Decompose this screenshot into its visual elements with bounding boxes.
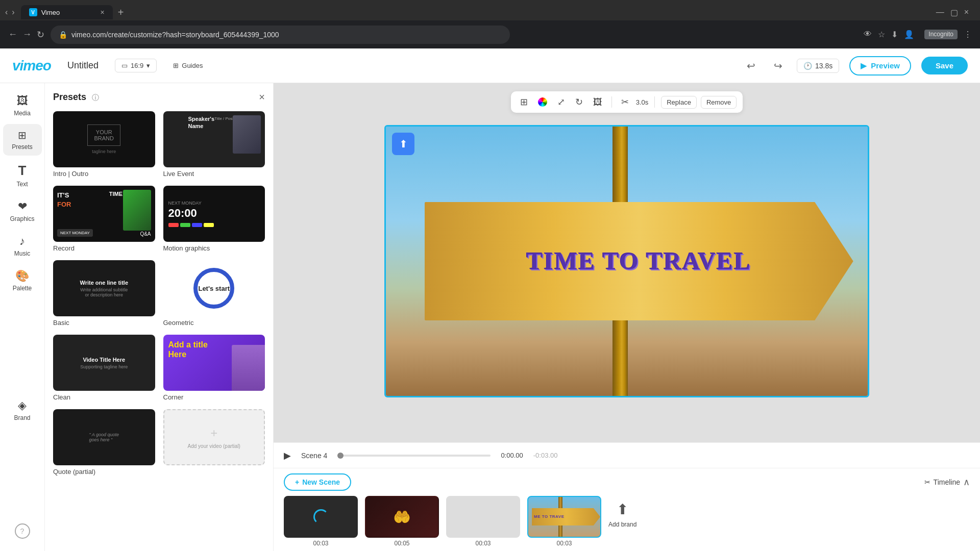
preset-clean[interactable]: Video Title Here Supporting tagline here… [53,335,155,401]
layout-tool-btn[interactable]: ⊞ [517,94,531,110]
preset-basic[interactable]: Write one line title Write additional su… [53,260,155,327]
bottom-area: + New Scene ✂ Timeline ∧ [274,468,980,551]
upload-btn[interactable]: ⬆ [392,133,414,155]
preset-live-event[interactable]: Speaker'sName Title / Position Live Even… [163,111,265,178]
timeline-label: Timeline [934,478,960,486]
new-tab-btn[interactable]: + [115,7,127,18]
incognito-badge: Incognito [924,30,958,39]
presets-header: Presets ⓘ × [53,91,265,103]
sidebar-item-text[interactable]: T Text [3,158,42,193]
new-scene-btn[interactable]: + New Scene [284,473,351,491]
left-sidebar: 🖼 Media ⊞ Presets T Text ❤ Graphics ♪ Mu… [0,83,45,551]
scene-1-spinner [313,509,329,524]
preset-add-video[interactable]: + Add your video (partial) [163,409,265,475]
sidebar-label-music: Music [14,250,30,257]
redo-btn[interactable]: ↪ [770,58,787,74]
sidebar-item-presets[interactable]: ⊞ Presets [3,124,42,156]
project-title[interactable]: Untitled [67,60,99,71]
preview-btn[interactable]: ▶ Preview [849,56,911,76]
address-text: vimeo.com/create/customize?hash=storyboa… [71,31,502,39]
save-btn[interactable]: Save [921,57,968,74]
more-icon[interactable]: ⋮ [964,30,972,39]
sign-board: TIME TO TRAVEL [425,202,853,320]
tab-close-btn[interactable]: × [100,8,104,16]
preset-corner[interactable]: Add a titleHere Corner [163,335,265,401]
sidebar-item-media[interactable]: 🖼 Media [3,89,42,122]
scene-total-time: -0:03.00 [533,452,558,459]
scene-4-img: ME TO TRAVE [527,496,601,538]
back-btn[interactable]: ← [8,29,17,40]
play-btn[interactable]: ▶ [284,450,291,461]
scene-progress-bar[interactable] [337,455,491,457]
app: vimeo Untitled ▭ 16:9 ▾ ⊞ Guides ↩ ↪ 🕐 1… [0,48,980,551]
download-icon[interactable]: ⬇ [891,30,898,39]
back-icon[interactable]: ‹ [5,8,8,17]
image-tool-btn[interactable]: 🖼 [590,95,605,110]
clock-icon: 🕐 [803,62,812,70]
minimize-btn[interactable]: — [936,8,944,17]
new-scene-label: New Scene [302,478,340,486]
sidebar-item-brand[interactable]: ◈ Brand [3,394,42,427]
sidebar-label-presets: Presets [12,143,33,151]
presets-info-icon[interactable]: ⓘ [92,93,99,102]
close-btn[interactable]: × [964,8,969,17]
presets-title: Presets [53,92,86,102]
canvas-frame: TIME TO TRAVEL ⬆ [384,125,869,397]
sidebar-label-palette: Palette [13,285,32,292]
add-brand-icon: ⬆ [617,501,628,518]
preset-motion-graphics[interactable]: NEXT MONDAY 20:00 Motion graphics [163,186,265,252]
preset-thumb-record: IT'SFOR NEXT MONDAY TIME Q&A [53,186,155,242]
scissors-tool-btn[interactable]: ✂ [618,94,632,110]
preset-thumb-geo: Let's start [163,260,265,316]
sidebar-label-text: Text [16,181,28,188]
tab-bar: ‹ › V Vimeo × + — ▢ × [0,0,980,20]
vimeo-logo: vimeo [12,58,51,74]
scene-current-time: 0:00.00 [501,452,523,459]
crop-tool-btn[interactable]: ↻ [572,94,586,110]
expand-tool-btn[interactable]: ⤢ [554,94,568,110]
sidebar-item-palette[interactable]: 🎨 Palette [3,264,42,297]
remove-btn[interactable]: Remove [701,96,737,109]
browser-nav-icons: ‹ › [5,8,15,17]
address-bar[interactable]: 🔒 vimeo.com/create/customize?hash=storyb… [51,26,510,44]
forward-btn[interactable]: → [22,29,32,40]
scene-1-time: 00:03 [313,540,328,547]
progress-dot [337,453,344,459]
canvas-toolbar: ⊞ ⤢ ↻ 🖼 ✂ 3.0s Replace Remove [511,91,743,113]
sidebar-item-music[interactable]: ♪ Music [3,230,42,262]
preset-intro-outro[interactable]: YOURBRAND tagline here Intro | Outro [53,111,155,178]
scene-thumb-1[interactable]: 00:03 [284,496,358,547]
preset-quote[interactable]: " A good quotegoes here " Quote (partial… [53,409,155,475]
preview-label: Preview [871,61,900,70]
eye-off-icon[interactable]: 👁 [864,30,872,39]
aspect-ratio-btn[interactable]: ▭ 16:9 ▾ [115,59,157,72]
sidebar-item-graphics[interactable]: ❤ Graphics [3,195,42,228]
profile-icon[interactable]: 👤 [904,30,914,39]
undo-btn[interactable]: ↩ [743,58,760,74]
add-brand-label: Add brand [608,521,636,528]
presets-close-btn[interactable]: × [259,91,265,103]
scene-thumb-2[interactable]: 🤲 00:05 [365,496,439,547]
scene-thumb-4[interactable]: ME TO TRAVE 00:03 [527,496,601,547]
refresh-btn[interactable]: ↻ [37,29,44,40]
bookmark-icon[interactable]: ☆ [878,30,885,39]
help-btn[interactable]: ? [15,523,30,539]
forward-icon[interactable]: › [12,8,14,17]
preset-geometric[interactable]: Let's start Geometric [163,260,265,327]
add-brand-col[interactable]: ⬆ Add brand [608,496,636,528]
timeline-btn[interactable]: ✂ Timeline ∧ [924,477,970,488]
preset-record[interactable]: IT'SFOR NEXT MONDAY TIME Q&A Record [53,186,155,252]
maximize-btn[interactable]: ▢ [950,8,958,17]
guides-btn[interactable]: ⊞ Guides [167,59,209,72]
brand-icon: ◈ [18,399,27,412]
active-tab[interactable]: V Vimeo × [21,5,113,19]
scene-thumb-3[interactable]: 00:03 [446,496,520,547]
palette-icon: 🎨 [15,269,29,283]
preset-label-basic: Basic [53,319,155,327]
replace-btn[interactable]: Replace [661,96,697,109]
color-tool-btn[interactable] [535,95,550,109]
guides-icon: ⊞ [173,62,179,69]
scenes-strip: 00:03 🤲 00:05 00:03 [284,496,970,551]
scissors-icon: ✂ [924,478,930,486]
browser-right-icons: 👁 ☆ ⬇ 👤 Incognito ⋮ [843,30,972,39]
